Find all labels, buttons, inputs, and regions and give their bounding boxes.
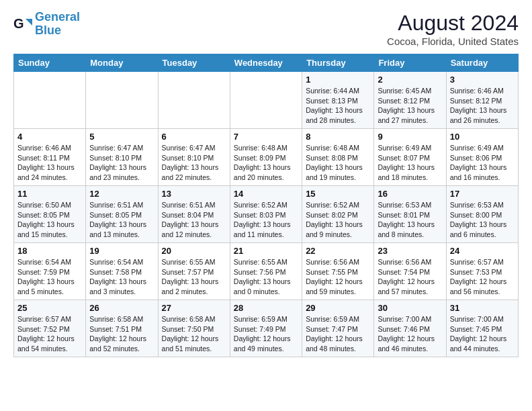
title-block: August 2024 Cocoa, Florida, United State… [387,11,519,47]
calendar-cell [230,72,302,129]
day-number: 9 [378,132,442,142]
weekday-header-sunday: Sunday [14,54,86,72]
day-info: Sunrise: 6:47 AM Sunset: 8:10 PM Dayligh… [162,143,226,183]
day-number: 8 [306,132,370,142]
day-info: Sunrise: 6:53 AM Sunset: 8:01 PM Dayligh… [378,200,442,240]
calendar-cell: 7Sunrise: 6:48 AM Sunset: 8:09 PM Daylig… [230,129,302,186]
calendar-cell [158,72,230,129]
day-info: Sunrise: 6:53 AM Sunset: 8:00 PM Dayligh… [450,200,515,240]
day-info: Sunrise: 6:58 AM Sunset: 7:50 PM Dayligh… [162,314,226,354]
day-info: Sunrise: 6:59 AM Sunset: 7:49 PM Dayligh… [234,314,298,354]
day-info: Sunrise: 6:46 AM Sunset: 8:12 PM Dayligh… [450,86,515,126]
logo: G General Blue [13,11,80,38]
calendar-cell: 25Sunrise: 6:57 AM Sunset: 7:52 PM Dayli… [14,300,86,357]
day-number: 20 [162,246,226,256]
day-number: 29 [306,303,370,313]
day-number: 12 [89,189,154,199]
calendar-cell: 23Sunrise: 6:56 AM Sunset: 7:54 PM Dayli… [374,243,446,300]
logo-icon: G [13,15,32,34]
weekday-header-wednesday: Wednesday [230,54,302,72]
day-number: 17 [450,189,515,199]
day-number: 31 [450,303,515,313]
calendar-cell: 5Sunrise: 6:47 AM Sunset: 8:10 PM Daylig… [86,129,158,186]
day-info: Sunrise: 6:48 AM Sunset: 8:09 PM Dayligh… [234,143,298,183]
calendar-cell: 31Sunrise: 7:00 AM Sunset: 7:45 PM Dayli… [446,300,518,357]
day-number: 24 [450,246,515,256]
calendar-cell: 20Sunrise: 6:55 AM Sunset: 7:57 PM Dayli… [158,243,230,300]
day-number: 21 [234,246,298,256]
calendar-cell: 28Sunrise: 6:59 AM Sunset: 7:49 PM Dayli… [230,300,302,357]
calendar-cell: 4Sunrise: 6:46 AM Sunset: 8:11 PM Daylig… [14,129,86,186]
month-year-title: August 2024 [387,11,519,36]
day-info: Sunrise: 6:55 AM Sunset: 7:57 PM Dayligh… [162,257,226,297]
day-info: Sunrise: 6:51 AM Sunset: 8:04 PM Dayligh… [162,200,226,240]
calendar-cell: 2Sunrise: 6:45 AM Sunset: 8:12 PM Daylig… [374,72,446,129]
day-number: 19 [89,246,154,256]
day-number: 6 [162,132,226,142]
calendar-cell: 12Sunrise: 6:51 AM Sunset: 8:05 PM Dayli… [86,186,158,243]
day-number: 2 [378,75,442,85]
day-number: 13 [162,189,226,199]
svg-text:G: G [13,16,24,31]
day-info: Sunrise: 7:00 AM Sunset: 7:45 PM Dayligh… [450,314,515,354]
weekday-header-friday: Friday [374,54,446,72]
calendar-cell: 6Sunrise: 6:47 AM Sunset: 8:10 PM Daylig… [158,129,230,186]
svg-marker-1 [26,19,32,26]
day-number: 3 [450,75,515,85]
logo-text: General Blue [35,11,80,38]
day-info: Sunrise: 6:54 AM Sunset: 7:59 PM Dayligh… [17,257,82,297]
calendar-cell: 3Sunrise: 6:46 AM Sunset: 8:12 PM Daylig… [446,72,518,129]
day-info: Sunrise: 6:44 AM Sunset: 8:13 PM Dayligh… [306,86,370,126]
weekday-header-saturday: Saturday [446,54,518,72]
calendar-cell: 29Sunrise: 6:59 AM Sunset: 7:47 PM Dayli… [302,300,374,357]
calendar-cell [86,72,158,129]
day-info: Sunrise: 6:51 AM Sunset: 8:05 PM Dayligh… [89,200,154,240]
day-info: Sunrise: 6:48 AM Sunset: 8:08 PM Dayligh… [306,143,370,183]
day-number: 15 [306,189,370,199]
day-info: Sunrise: 6:49 AM Sunset: 8:07 PM Dayligh… [378,143,442,183]
calendar-cell [14,72,86,129]
calendar-cell: 26Sunrise: 6:58 AM Sunset: 7:51 PM Dayli… [86,300,158,357]
day-number: 4 [17,132,82,142]
day-number: 14 [234,189,298,199]
day-info: Sunrise: 6:49 AM Sunset: 8:06 PM Dayligh… [450,143,515,183]
calendar-cell: 21Sunrise: 6:55 AM Sunset: 7:56 PM Dayli… [230,243,302,300]
day-info: Sunrise: 6:58 AM Sunset: 7:51 PM Dayligh… [89,314,154,354]
calendar-cell: 18Sunrise: 6:54 AM Sunset: 7:59 PM Dayli… [14,243,86,300]
weekday-header-tuesday: Tuesday [158,54,230,72]
calendar-cell: 15Sunrise: 6:52 AM Sunset: 8:02 PM Dayli… [302,186,374,243]
calendar-cell: 24Sunrise: 6:57 AM Sunset: 7:53 PM Dayli… [446,243,518,300]
calendar-cell: 30Sunrise: 7:00 AM Sunset: 7:46 PM Dayli… [374,300,446,357]
day-info: Sunrise: 7:00 AM Sunset: 7:46 PM Dayligh… [378,314,442,354]
calendar-cell: 16Sunrise: 6:53 AM Sunset: 8:01 PM Dayli… [374,186,446,243]
day-info: Sunrise: 6:46 AM Sunset: 8:11 PM Dayligh… [17,143,82,183]
day-info: Sunrise: 6:50 AM Sunset: 8:05 PM Dayligh… [17,200,82,240]
page-header: G General Blue August 2024 Cocoa, Florid… [13,11,519,47]
calendar-cell: 22Sunrise: 6:56 AM Sunset: 7:55 PM Dayli… [302,243,374,300]
day-number: 7 [234,132,298,142]
day-info: Sunrise: 6:56 AM Sunset: 7:54 PM Dayligh… [378,257,442,297]
day-number: 5 [89,132,154,142]
calendar-cell: 17Sunrise: 6:53 AM Sunset: 8:00 PM Dayli… [446,186,518,243]
calendar-cell: 19Sunrise: 6:54 AM Sunset: 7:58 PM Dayli… [86,243,158,300]
day-info: Sunrise: 6:57 AM Sunset: 7:53 PM Dayligh… [450,257,515,297]
calendar-table: SundayMondayTuesdayWednesdayThursdayFrid… [13,54,519,357]
day-info: Sunrise: 6:59 AM Sunset: 7:47 PM Dayligh… [306,314,370,354]
weekday-header-thursday: Thursday [302,54,374,72]
calendar-cell: 27Sunrise: 6:58 AM Sunset: 7:50 PM Dayli… [158,300,230,357]
day-number: 1 [306,75,370,85]
calendar-cell: 14Sunrise: 6:52 AM Sunset: 8:03 PM Dayli… [230,186,302,243]
day-info: Sunrise: 6:52 AM Sunset: 8:03 PM Dayligh… [234,200,298,240]
calendar-cell: 11Sunrise: 6:50 AM Sunset: 8:05 PM Dayli… [14,186,86,243]
day-info: Sunrise: 6:54 AM Sunset: 7:58 PM Dayligh… [89,257,154,297]
day-number: 11 [17,189,82,199]
day-number: 28 [234,303,298,313]
location-subtitle: Cocoa, Florida, United States [387,36,519,47]
day-info: Sunrise: 6:47 AM Sunset: 8:10 PM Dayligh… [89,143,154,183]
calendar-cell: 8Sunrise: 6:48 AM Sunset: 8:08 PM Daylig… [302,129,374,186]
day-number: 16 [378,189,442,199]
calendar-cell: 10Sunrise: 6:49 AM Sunset: 8:06 PM Dayli… [446,129,518,186]
day-number: 22 [306,246,370,256]
day-info: Sunrise: 6:55 AM Sunset: 7:56 PM Dayligh… [234,257,298,297]
day-number: 10 [450,132,515,142]
